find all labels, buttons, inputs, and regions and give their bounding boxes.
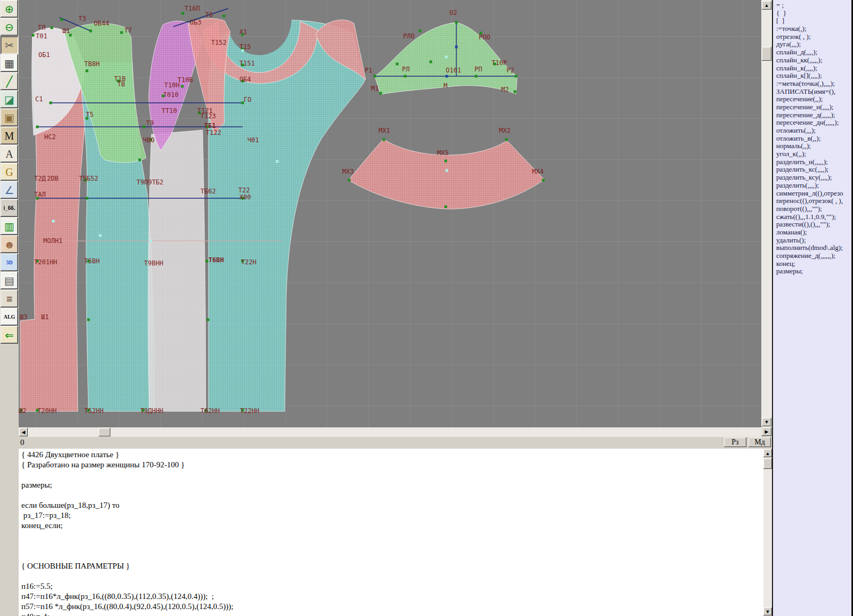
- command-item[interactable]: разделить_ксу(,,,,);: [776, 174, 851, 182]
- point-marker: [181, 85, 184, 88]
- command-item[interactable]: пересечение_н(,,,,);: [776, 103, 851, 111]
- editor-scroll-down-button[interactable]: ▼: [763, 607, 772, 615]
- editor-line: если больше(рз_18,рз_17) то: [21, 500, 763, 510]
- tool-books-button[interactable]: ≡: [1, 290, 18, 307]
- command-item[interactable]: нормаль(,,);: [776, 142, 851, 150]
- point-label: МОЛН1: [43, 237, 62, 245]
- canvas-scroll-left-button[interactable]: ◀: [19, 428, 28, 436]
- command-item[interactable]: сплайн_к(,,,,);: [776, 64, 851, 72]
- command-item[interactable]: пересечение(,,);: [776, 95, 851, 103]
- tool-pattern-frame-button[interactable]: ▣: [1, 109, 18, 126]
- command-item[interactable]: симметрия_л((),отрезо: [776, 190, 851, 198]
- canvas-scroll-up-button[interactable]: ▲: [762, 1, 771, 10]
- tool-zoom-out-button[interactable]: ⊖: [1, 18, 18, 36]
- command-item[interactable]: отложить(,,,);: [776, 127, 851, 135]
- point-label: МХ4: [532, 168, 544, 175]
- tool-m-tool-button[interactable]: M: [1, 127, 18, 144]
- tool-measure-line-button[interactable]: ╱: [1, 72, 18, 90]
- command-item[interactable]: = ;: [776, 2, 851, 10]
- editor-vscroll-thumb[interactable]: [763, 458, 772, 469]
- command-item[interactable]: сплайн_д(,,,,);: [776, 48, 851, 56]
- command-item[interactable]: [ ]: [776, 17, 851, 25]
- tool-portrait-button[interactable]: ☻: [1, 236, 18, 253]
- command-item[interactable]: угол_к(,,);: [776, 150, 851, 158]
- code-editor[interactable]: { 4426 Двухцветное платье }{ Разработано…: [19, 449, 763, 616]
- point-label: Ч01: [247, 136, 259, 144]
- point-label: Т9ВНН: [144, 260, 163, 267]
- command-item[interactable]: пересечение_д(,,,,,);: [776, 111, 851, 119]
- command-item[interactable]: конец;: [776, 260, 851, 268]
- point-label: ОБ3: [190, 19, 202, 26]
- tool-exit-button[interactable]: ⇐: [1, 326, 18, 344]
- command-item[interactable]: сплайн_к[](,,,,);: [776, 72, 851, 80]
- point-label: Т16П: [184, 5, 200, 12]
- notes-icon: ▤: [4, 275, 14, 286]
- tool-table-button[interactable]: ▥: [1, 217, 18, 235]
- command-item[interactable]: перенос((),отрезок( , ),: [776, 197, 851, 205]
- editor-vscrollbar[interactable]: [763, 449, 772, 616]
- command-item[interactable]: размеры;: [776, 268, 851, 275]
- pattern-canvas[interactable]: ТЛТ01ОБ1Ш1Т3ОБ44Т7ТВ8НТ1ВТВТ5С1НС2Т2Д2DВ…: [19, 0, 761, 427]
- command-item[interactable]: разделить(,,,,);: [776, 182, 851, 190]
- pattern-drawing: ТЛТ01ОБ1Ш1Т3ОБ44Т7ТВ8НТ1ВТВТ5С1НС2Т2Д2DВ…: [19, 0, 761, 427]
- command-item[interactable]: дуга(,,,);: [776, 40, 851, 48]
- point-label: О101: [446, 67, 461, 74]
- command-item[interactable]: { }: [776, 10, 851, 18]
- command-item[interactable]: поворот((),,,"");: [776, 205, 851, 213]
- center-panel-white-texture: [148, 130, 206, 411]
- point-label: ОБ4: [239, 76, 251, 83]
- md-button[interactable]: Мд: [749, 437, 771, 447]
- editor-scroll-up-button[interactable]: ▲: [763, 449, 772, 457]
- point-label: Т5ВН: [84, 257, 100, 265]
- command-item[interactable]: сплайн_кк(,,,,,);: [776, 56, 851, 64]
- tool-alg-button[interactable]: ALG: [1, 308, 18, 326]
- command-item[interactable]: :=метка(точка(,),,,,);: [776, 80, 851, 88]
- tool-3d-button[interactable]: 3D: [1, 254, 18, 271]
- tool-notes-button[interactable]: ▤: [1, 272, 18, 289]
- command-item[interactable]: ломаная();: [776, 229, 851, 237]
- tool-grid-button[interactable]: ▦: [1, 54, 18, 72]
- tool-image-button[interactable]: ◪: [1, 91, 18, 108]
- canvas-scroll-down-button[interactable]: ▼: [762, 418, 771, 426]
- point-label: Т7: [124, 27, 132, 34]
- editor-line: [21, 551, 763, 561]
- point-label: ТТ10: [162, 107, 177, 115]
- command-item[interactable]: отложить_в(,,);: [776, 135, 851, 143]
- tool-i66-button[interactable]: i_66.: [1, 199, 18, 217]
- command-item[interactable]: сжать((),,,1.1,0.9,"");: [776, 213, 851, 221]
- point-label: РПО: [479, 34, 490, 41]
- canvas-vscrollbar[interactable]: [761, 0, 772, 427]
- point-label: Т151: [239, 60, 255, 67]
- rz-button[interactable]: Рз: [724, 437, 746, 447]
- command-item[interactable]: сопряжение_д(,,,,,,);: [776, 252, 851, 260]
- command-item[interactable]: :=точка(,);: [776, 25, 851, 33]
- canvas-hscrollbar[interactable]: [19, 427, 761, 437]
- command-item[interactable]: разделить_кс(,,,,);: [776, 166, 851, 174]
- point-marker: [374, 75, 376, 78]
- canvas-scroll-right-button[interactable]: ▶: [762, 427, 771, 436]
- point-label: ГО: [244, 96, 251, 103]
- command-item[interactable]: ЗАПИСАТЬ(имя=(),: [776, 88, 851, 96]
- tool-view-pattern-button[interactable]: ✂: [1, 36, 18, 54]
- tool-zoom-in-button[interactable]: ⊕: [1, 0, 18, 18]
- point-marker: [32, 34, 35, 37]
- arrow-right-icon: ▶: [765, 429, 769, 434]
- point-label: М2: [501, 86, 509, 93]
- view-pattern-icon: ✂: [5, 40, 14, 51]
- point-label: Т15: [239, 43, 251, 51]
- command-item[interactable]: развести((),(),,,"");: [776, 221, 851, 229]
- command-item[interactable]: отрезок( , );: [776, 33, 851, 41]
- point-label: Т201НН: [34, 258, 57, 266]
- editor-line: п57:=п16 *л_фнк(рз_16,((80,0.4),(92,0.45…: [21, 602, 763, 612]
- command-item[interactable]: пересечение_дн(,,,,,);: [776, 119, 851, 127]
- command-item[interactable]: удалить();: [776, 237, 851, 245]
- tool-ruler-button[interactable]: ∠: [1, 181, 18, 199]
- point-marker: [143, 126, 146, 128]
- command-item[interactable]: выполнить(dmod\.alg);: [776, 244, 851, 252]
- tool-g-tool-button[interactable]: G: [1, 163, 18, 181]
- canvas-vscroll-thumb[interactable]: [762, 47, 771, 61]
- tool-compass-a-button[interactable]: A: [1, 145, 18, 163]
- point-label: Т22Н: [241, 258, 256, 266]
- canvas-hscroll-thumb[interactable]: [99, 428, 110, 436]
- command-item[interactable]: разделить_н(,,,,,);: [776, 158, 851, 166]
